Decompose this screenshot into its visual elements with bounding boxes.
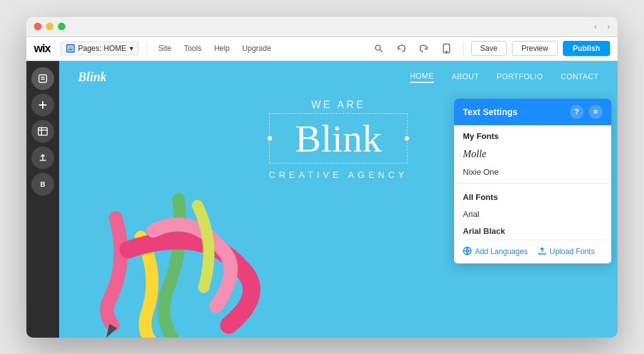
svg-rect-12 <box>38 128 47 135</box>
pencil-illustration <box>78 187 292 338</box>
panel-title: Text Settings <box>463 107 518 117</box>
sidebar-blog-button[interactable]: B <box>31 173 54 196</box>
traffic-lights <box>34 23 65 30</box>
pages-selector[interactable]: Pages: HOME ▾ <box>60 41 139 55</box>
text-settings-panel: Text Settings ? × My Fonts Molle Nixie O… <box>454 99 611 263</box>
undo-icon[interactable] <box>392 40 410 57</box>
preview-button[interactable]: Preview <box>512 41 558 56</box>
site-navbar: Blink HOME ABOUT PORTFOLIO CONTACT <box>59 61 618 93</box>
svg-point-6 <box>446 51 447 52</box>
hero-blink-wrapper[interactable]: Blink <box>269 113 408 163</box>
pages-label: Pages: HOME <box>78 44 126 53</box>
sidebar-media-button[interactable] <box>31 120 54 143</box>
resize-handle-left[interactable] <box>267 136 272 141</box>
left-sidebar: B <box>26 61 59 338</box>
panel-header-buttons: ? × <box>570 105 602 119</box>
toolbar-divider-1 <box>147 42 147 55</box>
nav-contact-link[interactable]: CONTACT <box>560 71 599 82</box>
canvas[interactable]: Blink HOME ABOUT PORTFOLIO CONTACT WE AR… <box>59 61 618 338</box>
search-icon[interactable] <box>370 40 387 57</box>
publish-button[interactable]: Publish <box>563 41 610 56</box>
maximize-window-button[interactable] <box>58 23 65 30</box>
upload-fonts-button[interactable]: Upload Fonts <box>538 246 594 257</box>
font-item-arial-black[interactable]: Arial Black <box>454 223 611 240</box>
svg-point-3 <box>375 45 380 50</box>
add-languages-button[interactable]: Add Languages <box>463 246 528 257</box>
pages-dropdown-icon: ▾ <box>130 44 133 53</box>
wix-logo: wix <box>34 42 50 55</box>
sidebar-add-button[interactable] <box>31 94 54 116</box>
panel-header: Text Settings ? × <box>454 99 611 125</box>
panel-divider-1 <box>454 183 611 184</box>
browser-window: ‹ › wix Pages: HOME ▾ Site Tools Help Up… <box>26 17 618 338</box>
menu-tools-button[interactable]: Tools <box>180 42 205 55</box>
sidebar-pages-button[interactable] <box>31 67 54 90</box>
nav-about-link[interactable]: ABOUT <box>452 71 479 82</box>
nav-portfolio-link[interactable]: PORTFOLIO <box>497 71 543 82</box>
svg-line-4 <box>380 50 382 53</box>
hero-blink-text: Blink <box>295 119 382 158</box>
save-button[interactable]: Save <box>471 41 507 56</box>
menu-help-button[interactable]: Help <box>210 42 233 55</box>
upload-fonts-icon <box>538 246 547 257</box>
close-window-button[interactable] <box>34 23 42 30</box>
pages-icon <box>66 44 75 53</box>
nav-forward-button[interactable]: › <box>607 21 610 31</box>
add-languages-label: Add Languages <box>475 247 528 256</box>
titlebar: ‹ › <box>26 17 618 37</box>
my-fonts-header: My Fonts <box>454 125 611 145</box>
svg-rect-1 <box>69 47 72 48</box>
add-languages-icon <box>463 246 472 257</box>
minimize-window-button[interactable] <box>46 23 53 30</box>
all-fonts-header: All Fonts <box>454 186 611 206</box>
nav-home-link[interactable]: HOME <box>410 70 434 83</box>
font-item-nixie[interactable]: Nixie One <box>454 163 611 180</box>
resize-handle-right[interactable] <box>404 136 409 141</box>
svg-rect-7 <box>39 75 47 82</box>
panel-help-button[interactable]: ? <box>570 105 584 119</box>
toolbar-divider-2 <box>463 42 464 55</box>
menu-site-button[interactable]: Site <box>155 42 175 55</box>
menu-upgrade-button[interactable]: Upgrade <box>238 42 275 55</box>
editor-toolbar: wix Pages: HOME ▾ Site Tools Help Upgrad… <box>26 37 618 61</box>
redo-icon[interactable] <box>415 40 433 57</box>
sidebar-upload-button[interactable] <box>31 147 54 169</box>
font-item-molle[interactable]: Molle <box>454 145 611 163</box>
upload-fonts-label: Upload Fonts <box>550 247 594 256</box>
site-brand: Blink <box>78 70 107 84</box>
svg-rect-2 <box>69 48 72 49</box>
panel-close-button[interactable]: × <box>589 105 602 119</box>
panel-body: My Fonts Molle Nixie One All Fonts Arial… <box>454 125 611 263</box>
panel-footer: Add Languages Upload Fonts <box>454 240 611 263</box>
font-item-arial[interactable]: Arial <box>454 206 611 223</box>
editor-body: B Blink HOME ABOUT PORTFOLIO CONTACT WE … <box>26 61 618 338</box>
titlebar-nav: ‹ › <box>594 21 610 31</box>
mobile-icon[interactable] <box>438 40 455 57</box>
nav-back-button[interactable]: ‹ <box>594 21 597 31</box>
